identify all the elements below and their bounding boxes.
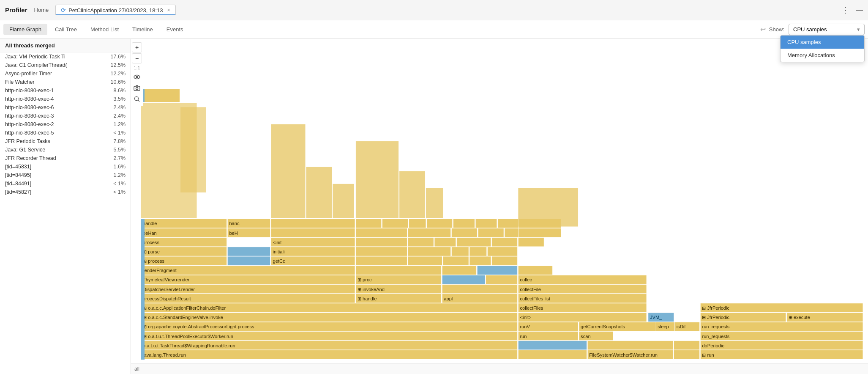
- show-dropdown[interactable]: CPU samples ▾: [789, 24, 865, 35]
- sidebar-item[interactable]: Java: G1 Service 5.5%: [0, 146, 131, 154]
- tab-call-tree[interactable]: Call Tree: [49, 24, 83, 35]
- flame-svg: java.lang.Thread.run FileSystemWatcher$W…: [141, 39, 868, 363]
- sidebar-item[interactable]: Java: VM Periodic Task Ti 17.6%: [0, 52, 131, 61]
- sidebar-item-name: [tid=84495]: [5, 172, 31, 178]
- sidebar-item[interactable]: [tid=45827] < 1%: [0, 188, 131, 196]
- zoom-in-button[interactable]: +: [132, 42, 142, 52]
- sidebar-item-name: Java: VM Periodic Task Ti: [5, 54, 66, 60]
- svg-rect-123: [452, 228, 478, 237]
- svg-rect-147: [333, 184, 354, 218]
- sidebar-item-name: Java: C1 CompilerThread(: [5, 62, 67, 68]
- svg-text:getCurrentSnapshots: getCurrentSnapshots: [581, 324, 625, 329]
- bottom-bar: all: [131, 363, 868, 374]
- sidebar-item-name: http-nio-8080-exec-2: [5, 121, 54, 127]
- svg-text:processDispatchResult: processDispatchResult: [143, 296, 191, 301]
- svg-rect-83: [442, 266, 476, 275]
- sidebar-item-percent: 2.4%: [109, 104, 126, 110]
- svg-rect-121: [356, 228, 407, 237]
- sidebar-item[interactable]: Java: C1 CompilerThread( 12.5%: [0, 61, 131, 69]
- sidebar-item-name: http-nio-8080-exec-5: [5, 130, 54, 136]
- sidebar-item[interactable]: File Watcher 10.6%: [0, 78, 131, 86]
- svg-text:⊞ o.a.c.c.StandardEngineValve.: ⊞ o.a.c.c.StandardEngineValve.invoke: [143, 315, 223, 320]
- sidebar-item[interactable]: JFR Recorder Thread 2.7%: [0, 154, 131, 162]
- sidebar-item-percent: 1.2%: [109, 121, 126, 127]
- svg-rect-114: [492, 238, 518, 247]
- svg-rect-122: [408, 228, 450, 237]
- sidebar-item-name: [tid=84491]: [5, 181, 31, 187]
- tab-close-button[interactable]: ×: [167, 7, 170, 13]
- dropdown-item-cpu[interactable]: CPU samples: [781, 36, 864, 49]
- svg-rect-145: [271, 124, 306, 218]
- sidebar-list: Java: VM Periodic Task Ti 17.6% Java: C1…: [0, 52, 131, 196]
- sidebar-item[interactable]: [tid=45831] 1.6%: [0, 162, 131, 171]
- sidebar-item[interactable]: http-nio-8080-exec-5 < 1%: [0, 129, 131, 137]
- tab-timeline[interactable]: Timeline: [126, 24, 159, 35]
- app-tab[interactable]: ⟳ PetClinicApplication 27/03/2023, 18:13…: [55, 5, 175, 15]
- sidebar-item[interactable]: [tid=84495] 1.2%: [0, 171, 131, 179]
- svg-text:o.a.t.u.t.TaskThread$WrappingR: o.a.t.u.t.TaskThread$WrappingRunnable.ru…: [143, 343, 235, 348]
- svg-text:⊞ execute: ⊞ execute: [789, 315, 810, 320]
- dropdown-item-memory[interactable]: Memory Allocations: [781, 49, 864, 62]
- svg-rect-126: [518, 228, 561, 237]
- more-options-button[interactable]: ⋮: [842, 6, 849, 15]
- svg-rect-150: [426, 188, 443, 218]
- svg-text:JVM_: JVM_: [650, 315, 662, 320]
- svg-rect-69: [442, 285, 517, 294]
- svg-rect-115: [518, 238, 544, 247]
- svg-rect-151: [518, 188, 578, 227]
- flame-area: java.lang.Thread.run FileSystemWatcher$W…: [131, 39, 868, 374]
- svg-rect-43: [518, 313, 647, 322]
- search-icon: [134, 96, 140, 102]
- svg-rect-112: [434, 238, 456, 247]
- svg-text:collec: collec: [520, 278, 532, 283]
- home-link[interactable]: Home: [34, 7, 49, 13]
- svg-text:⊞ handle: ⊞ handle: [358, 296, 377, 301]
- zoom-out-button[interactable]: −: [132, 53, 142, 63]
- sidebar-item-name: Async-profiler Timer: [5, 71, 52, 77]
- svg-text:⊞ JfrPeriodic: ⊞ JfrPeriodic: [702, 305, 729, 311]
- sidebar-item[interactable]: http-nio-8080-exec-1 8.6%: [0, 86, 131, 95]
- svg-point-1: [136, 76, 138, 78]
- svg-rect-93: [443, 256, 469, 265]
- sidebar-item[interactable]: http-nio-8080-exec-3 2.4%: [0, 112, 131, 120]
- svg-rect-16: [518, 341, 587, 350]
- svg-text:sleep: sleep: [658, 324, 669, 329]
- show-dropdown-value: CPU samples: [793, 26, 827, 33]
- sidebar-item[interactable]: http-nio-8080-exec-6 2.4%: [0, 103, 131, 112]
- sidebar-item-percent: 8.6%: [109, 88, 126, 94]
- svg-text:collectFiles: collectFiles: [520, 305, 543, 311]
- svg-text:appl: appl: [444, 296, 453, 301]
- tab-method-list[interactable]: Method List: [85, 24, 125, 35]
- sidebar-item-percent: 17.6%: [109, 54, 126, 60]
- svg-text:⊞ proc: ⊞ proc: [358, 278, 372, 283]
- eye-button[interactable]: [132, 72, 142, 82]
- svg-rect-101: [356, 247, 407, 256]
- svg-text:collectFile: collectFile: [520, 287, 540, 292]
- svg-text:hanc: hanc: [229, 221, 240, 226]
- tab-flame-graph[interactable]: Flame Graph: [3, 24, 47, 35]
- sidebar-item[interactable]: http-nio-8080-exec-2 1.2%: [0, 120, 131, 129]
- svg-text:run_requests: run_requests: [702, 334, 729, 339]
- bottom-bar-label: all: [134, 366, 139, 372]
- svg-text:scan: scan: [581, 334, 590, 339]
- show-dropdown-wrapper: CPU samples ▾ CPU samples Memory Allocat…: [789, 24, 865, 35]
- svg-rect-82: [356, 266, 441, 275]
- svg-rect-137: [475, 219, 497, 228]
- svg-rect-124: [478, 228, 504, 237]
- back-icon[interactable]: ↩: [759, 24, 767, 35]
- sidebar-item[interactable]: [tid=84491] < 1%: [0, 179, 131, 188]
- svg-rect-135: [427, 219, 453, 228]
- svg-rect-134: [409, 219, 426, 228]
- sidebar-header-label: All threads merged: [5, 42, 55, 49]
- svg-rect-125: [505, 228, 518, 237]
- sidebar-item-name: http-nio-8080-exec-6: [5, 104, 54, 110]
- sidebar-item[interactable]: http-nio-8080-exec-4 3.5%: [0, 95, 131, 103]
- svg-text:⊞ o.a.c.c.ApplicationFilterCha: ⊞ o.a.c.c.ApplicationFilterChain.doFilte…: [143, 305, 226, 311]
- minimize-button[interactable]: —: [856, 6, 863, 14]
- camera-button[interactable]: [132, 83, 142, 93]
- svg-rect-98: [227, 247, 270, 256]
- search-button[interactable]: [132, 94, 142, 104]
- sidebar-item[interactable]: JFR Periodic Tasks 7.8%: [0, 137, 131, 146]
- sidebar-item[interactable]: Async-profiler Timer 12.2%: [0, 69, 131, 78]
- tab-events[interactable]: Events: [161, 24, 189, 35]
